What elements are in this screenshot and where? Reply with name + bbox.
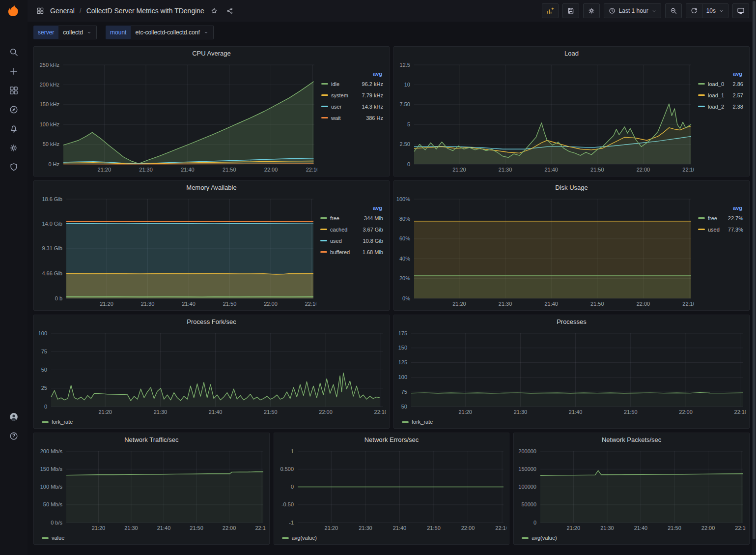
svg-text:0: 0 xyxy=(291,484,294,490)
panel-title[interactable]: Network Errors/sec xyxy=(274,433,509,446)
legend-color-marker xyxy=(320,217,327,219)
svg-text:21:40: 21:40 xyxy=(182,301,196,307)
add-panel-button[interactable] xyxy=(542,3,559,18)
sidebar-configuration-button[interactable] xyxy=(0,138,28,157)
sidebar-search-button[interactable] xyxy=(0,42,28,61)
scrollbar-thumb[interactable] xyxy=(753,1,756,539)
panel-title[interactable]: Network Packets/sec xyxy=(514,433,749,446)
legend-series-name: free xyxy=(708,215,725,221)
svg-text:0: 0 xyxy=(44,404,47,409)
legend-item[interactable]: fork_rate xyxy=(402,419,433,425)
grafana-logo[interactable] xyxy=(0,0,28,22)
svg-text:40%: 40% xyxy=(399,256,410,262)
refresh-button[interactable] xyxy=(686,3,702,18)
legend-item[interactable]: value xyxy=(42,535,64,541)
sidebar-alerting-button[interactable] xyxy=(0,119,28,138)
refresh-icon xyxy=(690,7,698,15)
caret-down-icon xyxy=(719,8,724,14)
legend-item[interactable]: wait386 Hz xyxy=(321,112,383,123)
breadcrumb-folder[interactable]: General xyxy=(50,7,75,15)
avatar xyxy=(9,412,19,422)
svg-text:80%: 80% xyxy=(399,216,410,222)
cpu-average-chart[interactable]: 0 Hz50 kHz100 kHz150 kHz200 kHz250 kHz21… xyxy=(36,60,317,175)
svg-text:21:50: 21:50 xyxy=(427,525,441,531)
svg-text:50: 50 xyxy=(41,367,47,373)
network-traffic-chart[interactable]: 0 b/s50 Mb/s100 Mb/s150 Mb/s200 Mb/s21:2… xyxy=(36,446,266,533)
legend-item[interactable]: user14.3 kHz xyxy=(321,101,383,112)
network-packets-legend: avg(value) xyxy=(516,533,746,543)
save-dashboard-button[interactable] xyxy=(562,3,579,18)
legend-color-marker xyxy=(698,217,705,219)
legend-item[interactable]: load_12.57 xyxy=(698,89,743,101)
variable-mount-value: etc-collectd-collectd.conf xyxy=(135,29,199,36)
svg-text:200000: 200000 xyxy=(519,448,537,454)
processes-chart[interactable]: 507510012515017521:2021:3021:4021:5022:0… xyxy=(396,328,746,417)
process-fork-chart[interactable]: 025507510021:2021:3021:4021:5022:0022:10 xyxy=(36,328,386,417)
variable-mount-label: mount xyxy=(106,26,131,39)
refresh-interval-dropdown[interactable]: 10s xyxy=(702,3,728,18)
panel-title[interactable]: Memory Available xyxy=(34,181,389,194)
legend-item[interactable]: load_02.86 xyxy=(698,78,743,89)
legend-item[interactable]: used10.8 Gib xyxy=(320,235,383,246)
svg-text:22:00: 22:00 xyxy=(264,167,278,173)
legend-item[interactable]: buffered1.68 Mib xyxy=(320,246,383,258)
variable-mount-dropdown[interactable]: etc-collectd-collectd.conf xyxy=(131,26,213,39)
legend-item[interactable]: idle96.2 kHz xyxy=(321,78,383,89)
svg-text:50 Mb/s: 50 Mb/s xyxy=(43,501,63,507)
sidebar-profile-button[interactable] xyxy=(0,407,28,426)
sidebar-menu xyxy=(0,42,28,176)
legend-item[interactable]: free22.7% xyxy=(698,212,743,224)
search-icon xyxy=(9,47,19,57)
svg-text:21:50: 21:50 xyxy=(223,301,237,307)
toolbar: Last 1 hour 10s xyxy=(542,3,749,18)
time-range-picker[interactable]: Last 1 hour xyxy=(604,3,661,18)
load-chart[interactable]: 02.5057.501012.521:2021:3021:4021:5022:0… xyxy=(396,60,694,175)
panel-title[interactable]: CPU Average xyxy=(34,47,389,60)
sidebar-admin-button[interactable] xyxy=(0,157,28,176)
network-errors-chart[interactable]: -1-0.5000.500121:2021:3021:4021:5022:002… xyxy=(276,446,506,533)
disk-usage-chart[interactable]: 0%20%40%60%80%100%21:2021:3021:4021:5022… xyxy=(396,194,694,309)
legend-series-name: free xyxy=(330,215,361,221)
sidebar-help-button[interactable] xyxy=(0,426,28,445)
panel-title[interactable]: Processes xyxy=(394,315,749,328)
legend-item[interactable]: used77.3% xyxy=(698,224,743,235)
legend-item[interactable]: load_22.38 xyxy=(698,101,743,112)
scrollbar[interactable] xyxy=(752,0,756,555)
time-range-label: Last 1 hour xyxy=(619,7,648,14)
dashboard-settings-button[interactable] xyxy=(583,3,600,18)
sidebar-dashboards-button[interactable] xyxy=(0,81,28,100)
legend-item[interactable]: avg(value) xyxy=(522,535,557,541)
panel-title[interactable]: Process Fork/sec xyxy=(34,315,389,328)
svg-text:21:30: 21:30 xyxy=(514,409,528,415)
svg-text:21:20: 21:20 xyxy=(324,525,338,531)
panel-title[interactable]: Network Traffic/sec xyxy=(34,433,269,446)
legend-item[interactable]: free344 Mib xyxy=(320,212,383,224)
network-packets-chart[interactable]: 05000010000015000020000021:2021:3021:402… xyxy=(516,446,746,533)
memory-available-chart[interactable]: 0 b4.66 Gib9.31 Gib14.0 Gib18.6 Gib21:20… xyxy=(36,194,316,309)
monitor-icon xyxy=(737,7,745,15)
legend-item[interactable]: cached3.67 Gib xyxy=(320,224,383,235)
svg-text:22:10: 22:10 xyxy=(255,525,266,531)
cycle-view-mode-button[interactable] xyxy=(732,3,749,18)
variable-server-dropdown[interactable]: collectd xyxy=(58,26,97,39)
legend-item[interactable]: system7.79 kHz xyxy=(321,89,383,101)
legend-item[interactable]: fork_rate xyxy=(42,419,73,425)
panel-title[interactable]: Disk Usage xyxy=(394,181,749,194)
variable-server-label: server xyxy=(33,26,58,39)
zoom-out-time-button[interactable] xyxy=(665,3,682,18)
legend-item[interactable]: avg(value) xyxy=(282,535,317,541)
disk-usage-legend: avgfree22.7%used77.3% xyxy=(694,194,746,309)
svg-text:22:10: 22:10 xyxy=(682,167,694,173)
share-dashboard-button[interactable] xyxy=(224,5,236,17)
dashboards-folder-button[interactable] xyxy=(34,5,46,17)
load-legend: avgload_02.86load_12.57load_22.38 xyxy=(694,60,746,175)
panel-title[interactable]: Load xyxy=(394,47,749,60)
svg-text:50 kHz: 50 kHz xyxy=(43,141,59,147)
sidebar-create-button[interactable] xyxy=(0,61,28,81)
dashboard-title[interactable]: CollectD Server Metrics with TDengine xyxy=(86,7,204,15)
legend-series-value: 344 Mib xyxy=(364,215,383,221)
svg-text:22:10: 22:10 xyxy=(734,409,746,415)
svg-text:250 kHz: 250 kHz xyxy=(40,62,59,68)
star-dashboard-button[interactable] xyxy=(208,5,220,17)
sidebar-explore-button[interactable] xyxy=(0,100,28,119)
